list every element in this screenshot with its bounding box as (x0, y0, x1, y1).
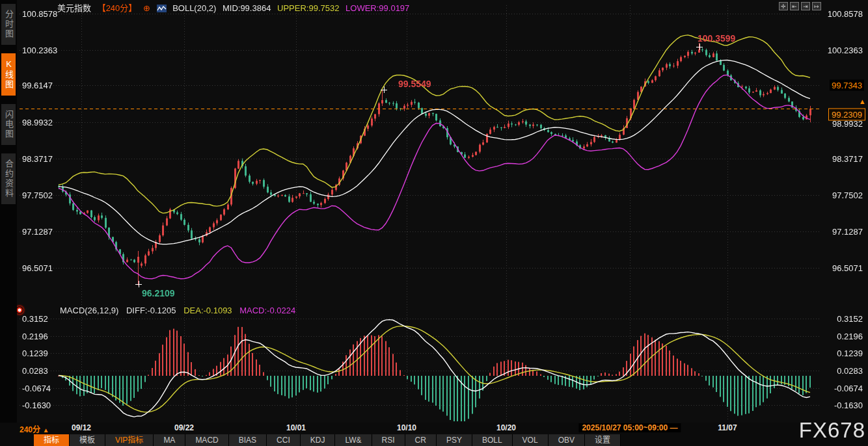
price-axis-label: 97.7502 (22, 190, 53, 200)
macd-axis-label: 0.1239 (22, 348, 48, 358)
add-compare-icon[interactable]: ⊕ (143, 3, 150, 13)
upper-band-price-tag: 99.7343 (830, 80, 864, 91)
chevron-up-icon: ▲ (42, 426, 49, 434)
chart-scale-buttons: ✛⇤⇥↦ (779, 2, 821, 10)
chart-type-sidebar: 分时图K线图闪电图合约资料 (0, 0, 17, 423)
date-axis-label: 10/20 (496, 423, 516, 432)
macd-axis-label: 0.3152 (837, 314, 863, 324)
macd-axis-label: 0.3152 (22, 314, 48, 324)
macd-axis-label: 0.2196 (22, 332, 48, 341)
macd-axis-label: -0.0674 (22, 384, 51, 393)
y-axis-left-icon[interactable]: ⇤ (790, 2, 799, 10)
toolbar-item-12[interactable]: BOLL (472, 434, 513, 446)
toolbar-item-2[interactable]: VIP指标 (105, 434, 154, 446)
macd-axis-label: 0.1239 (837, 348, 863, 358)
toolbar-item-10[interactable]: CR (405, 434, 437, 446)
pan-icon[interactable]: ✛ (779, 2, 788, 10)
toolbar-item-9[interactable]: RSI (372, 434, 405, 446)
price-annotation-1: 100.3599 (698, 33, 735, 44)
date-axis-label: 11/07 (718, 423, 737, 432)
macd-axis-label: 0.2196 (837, 332, 863, 341)
price-annotation-0: 99.5549 (398, 79, 431, 89)
y-axis-right-icon[interactable]: ⇥ (801, 2, 810, 10)
price-axis-label: 96.5071 (22, 263, 53, 273)
price-axis-label: 98.3717 (22, 154, 53, 164)
sidebar-tab-0[interactable]: 分时图 (1, 4, 16, 45)
period-label: 【240分】 (98, 3, 137, 13)
macd-axis-label: -0.0674 (834, 384, 863, 393)
date-axis-label: 10/01 (286, 423, 306, 432)
period-selector[interactable]: 240分 ▲ (20, 423, 49, 434)
price-axis-label: 98.3717 (832, 154, 863, 164)
macd-axis-label: 0.0283 (837, 366, 863, 376)
toolbar-item-8[interactable]: LW& (335, 434, 372, 446)
macd-params-label: MACD(26,12,9) (60, 306, 118, 315)
boll-upper-value: UPPER:99.7532 (277, 3, 339, 13)
candlestick-chart-canvas[interactable] (0, 0, 868, 423)
macd-axis-label: -0.1630 (834, 400, 863, 410)
macd-axis-label: 0.0283 (22, 366, 48, 376)
brand-watermark: FX678 (799, 418, 865, 443)
chart-app-window: 分时图K线图闪电图合约资料 美元指数 【240分】 ⊕ BOLL(20,2) M… (0, 0, 868, 446)
line-chart-icon (157, 5, 167, 14)
sidebar-tab-2[interactable]: 闪电图 (1, 104, 16, 145)
toolbar-item-13[interactable]: VOL (513, 434, 549, 446)
toolbar-item-6[interactable]: CCI (267, 434, 301, 446)
date-axis-label: 10/10 (397, 423, 416, 432)
boll-params-label: BOLL(20,2) (172, 3, 216, 13)
price-axis-label: 97.1287 (832, 227, 863, 237)
price-axis-label: 100.2363 (22, 46, 57, 55)
toolbar-item-4[interactable]: MACD (185, 434, 228, 446)
price-axis-label: 100.8578 (22, 9, 57, 19)
date-axis-label: 09/22 (174, 423, 194, 432)
toolbar-item-14[interactable]: OBV (549, 434, 585, 446)
toolbar-item-7[interactable]: KDJ (301, 434, 336, 446)
sidebar-tab-1[interactable]: K线图 (1, 53, 16, 96)
x-axis-row: 240分 ▲ 09/1209/2210/0110/1010/202025/10/… (0, 423, 868, 434)
indicator-toolbar: 指标模板VIP指标MAMACDBIASCCIKDJLW&RSICRPSYBOLL… (0, 434, 868, 446)
macd-axis-label: -0.1630 (22, 400, 51, 410)
boll-mid-value: MID:99.3864 (223, 3, 271, 13)
symbol-name: 美元指数 (57, 3, 91, 13)
macd-diff-value: DIFF:-0.1205 (126, 306, 176, 315)
price-axis-label: 99.6147 (22, 81, 53, 90)
toolbar-item-5[interactable]: BIAS (229, 434, 267, 446)
toolbar-item-11[interactable]: PSY (437, 434, 472, 446)
toolbar-item-15[interactable]: 设置 (585, 434, 621, 446)
macd-macd-value: MACD:-0.0224 (239, 306, 295, 315)
price-axis-label: 100.8578 (828, 9, 863, 19)
macd-dea-value: DEA:-0.1093 (183, 306, 232, 315)
price-annotation-2: 96.2109 (142, 288, 175, 298)
price-axis-label: 96.5071 (832, 263, 863, 273)
scroll-latest-icon[interactable]: ↦ (812, 2, 821, 10)
toolbar-item-0[interactable]: 指标 (34, 434, 70, 446)
toolbar-item-3[interactable]: MA (154, 434, 185, 446)
boll-lower-value: LOWER:99.0197 (346, 3, 409, 13)
chart-header: 美元指数 【240分】 ⊕ BOLL(20,2) MID:99.3864 UPP… (57, 1, 413, 14)
price-axis-label: 100.2363 (828, 46, 863, 55)
price-axis-label: 97.7502 (832, 190, 863, 200)
selected-candle-time-label: 2025/10/27 05:00~09:00 — (578, 423, 681, 432)
date-axis-label: 09/12 (72, 423, 91, 432)
price-axis-label: 97.1287 (22, 227, 53, 237)
toolbar-item-1[interactable]: 模板 (70, 434, 105, 446)
price-axis-label: 98.9932 (22, 118, 53, 127)
period-selector-label: 240分 (20, 425, 40, 434)
current-price-tag: 99.2309 (828, 109, 865, 121)
sidebar-tab-3[interactable]: 合约资料 (1, 153, 16, 204)
macd-header: MACD(26,12,9) DIFF:-0.1205 DEA:-0.1093 M… (60, 306, 301, 315)
latest-price-arrow-icon: ▲ (859, 98, 866, 105)
